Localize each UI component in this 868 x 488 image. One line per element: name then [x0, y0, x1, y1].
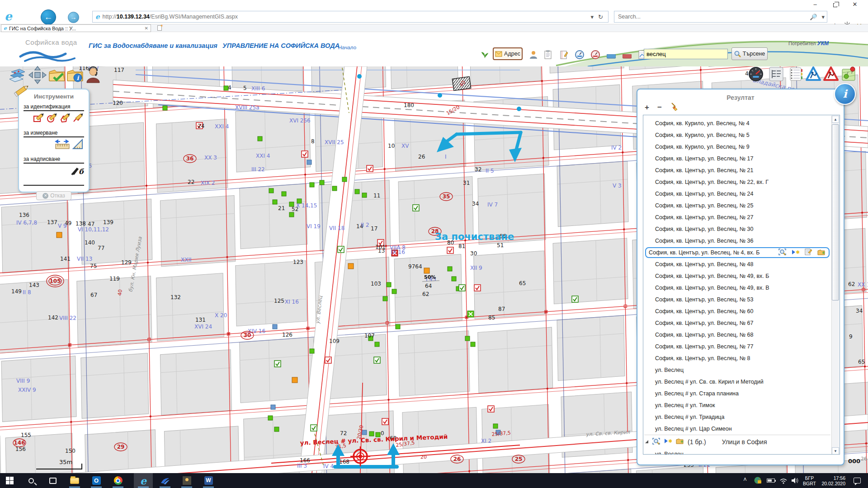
worker-app-icon[interactable]	[181, 475, 193, 486]
notepad-search-icon[interactable]	[559, 50, 569, 60]
result-item[interactable]: София, кв. Център, ул. Веслец, № 30	[644, 223, 830, 235]
result-item[interactable]: София, кв. Център, ул. Веслец, № 60	[644, 305, 830, 317]
group-locate-icon[interactable]: ✱	[664, 438, 672, 446]
water-meter-red-icon[interactable]	[591, 50, 601, 60]
home-link[interactable]: Начало	[338, 45, 356, 50]
address-search-mode-button[interactable]: Адрес	[493, 47, 523, 60]
scrollbar-thumb[interactable]	[832, 124, 839, 300]
gis-search-button[interactable]: Търсене	[731, 47, 768, 60]
result-item[interactable]: София, кв. Център, ул. Веслец, № 21	[644, 164, 830, 176]
result-item[interactable]: София, кв. Център, ул. Веслец, № 49, вх.…	[644, 270, 830, 282]
folder-info-icon[interactable]: i	[66, 66, 85, 84]
row-edit-icon[interactable]	[805, 249, 812, 257]
dashboard-gauge-icon[interactable]	[748, 66, 764, 82]
result-item[interactable]: ул. Веслец # ул. Тимок	[644, 399, 830, 411]
ie-taskbar-icon[interactable]: e	[137, 475, 149, 486]
measure-distance-tool[interactable]	[55, 139, 70, 152]
zoom-out-results-button[interactable]: −	[657, 103, 662, 112]
result-item[interactable]: София, кв. Център, ул. Веслец, № 53	[644, 294, 830, 305]
result-item[interactable]: ул. Веслец	[644, 364, 830, 376]
roadworks-red-icon[interactable]	[823, 66, 839, 82]
row-locate-icon[interactable]: ✱	[792, 249, 799, 257]
action-center-icon[interactable]	[854, 473, 861, 488]
url-dropdown-icon[interactable]: ▾	[589, 14, 596, 20]
measure-area-tool[interactable]	[71, 139, 84, 152]
result-item[interactable]: ул. Веслец	[644, 448, 830, 455]
language-indicator[interactable]: БГРBGRT	[803, 475, 816, 488]
tab-close-icon[interactable]: ✕	[145, 26, 148, 31]
tray-chevron-icon[interactable]: ＾	[741, 473, 749, 488]
wings-app-icon[interactable]	[159, 475, 171, 486]
roadworks-blue-icon[interactable]	[806, 66, 821, 82]
pencil-handle-icon[interactable]	[13, 82, 31, 102]
forward-button[interactable]: →	[68, 12, 79, 23]
result-item[interactable]: София, кв. Център, ул. Веслец, № 77	[644, 341, 830, 352]
result-item[interactable]: София, кв. Център, ул. Веслец, № 27	[644, 211, 830, 223]
gis-search-input[interactable]	[644, 49, 728, 59]
result-item[interactable]: ул. Веслец # ул. Стара планина	[644, 388, 830, 399]
map-pins-icon[interactable]	[841, 66, 856, 82]
result-item[interactable]: София, кв. Курило, ул. Веслец, № 9	[644, 141, 830, 153]
chrome-icon[interactable]	[112, 475, 124, 486]
pipe-blue-icon[interactable]	[607, 52, 617, 62]
result-item[interactable]: София, кв. Център, ул. Веслец, № 17	[644, 153, 830, 164]
identify-line-tool[interactable]	[72, 113, 84, 126]
result-item[interactable]: София, кв. Център, ул. Веслец, № 4, вх. …	[645, 247, 830, 258]
result-item[interactable]: ул. Веслец # ул. Св. св. Кирил и Методий	[644, 376, 830, 388]
minimize-button[interactable]: –	[807, 0, 823, 9]
close-button[interactable]: ✕	[847, 0, 863, 9]
back-button[interactable]: ←	[41, 9, 56, 25]
layers-icon[interactable]	[8, 66, 27, 84]
refresh-icon[interactable]: ↻	[596, 14, 605, 20]
clock[interactable]: 17:5620.02.2020	[819, 475, 845, 488]
tab-gis-sofia-water[interactable]: e ГИС на Софийска Вода :: У... ✕	[1, 24, 151, 32]
volume-icon[interactable]	[791, 473, 799, 488]
taskbar-search-icon[interactable]	[25, 475, 37, 486]
wifi-icon[interactable]	[779, 473, 788, 488]
identify-rectangle-tool[interactable]	[33, 113, 45, 126]
pipe-red-icon[interactable]	[623, 52, 632, 62]
identify-polygon-tool[interactable]	[59, 113, 71, 126]
zoom-in-results-button[interactable]: +	[645, 103, 649, 112]
new-tab-button[interactable]: ✶	[155, 25, 165, 32]
search-magnifier-icon[interactable]: 🔎	[807, 14, 819, 20]
person-search-icon[interactable]	[529, 50, 539, 60]
group-add-icon[interactable]: +	[676, 438, 684, 446]
document-search-icon[interactable]	[543, 50, 553, 60]
word-icon[interactable]: W	[203, 475, 214, 486]
results-scrollbar[interactable]: ▲ ▼	[831, 116, 839, 455]
folder-check-icon[interactable]	[47, 66, 66, 84]
result-item[interactable]: София, кв. Център, ул. Веслец, № 48	[644, 258, 830, 270]
clear-results-broom-icon[interactable]	[670, 102, 679, 113]
file-explorer-icon[interactable]	[69, 475, 80, 486]
scroll-up-icon[interactable]: ▲	[832, 116, 839, 123]
result-item[interactable]: София, кв. Курило, ул. Веслец, № 4	[644, 117, 830, 129]
address-bar[interactable]: e http://10.139.12.34/EsriBg.WSI/Managem…	[92, 11, 609, 23]
result-item[interactable]: ул. Веслец # ул. Цар Симеон	[644, 423, 830, 435]
result-item[interactable]: София, кв. Център, ул. Веслец, № 22, вх.…	[644, 176, 830, 188]
result-item[interactable]: ул. Веслец # ул. Триадица	[644, 411, 830, 423]
operator-icon[interactable]	[84, 66, 103, 84]
result-item[interactable]: София, кв. Курило, ул. Веслец, № 5	[644, 129, 830, 141]
outlook-icon[interactable]: O	[90, 475, 102, 486]
restore-button[interactable]	[827, 0, 843, 9]
collapse-triangle-icon[interactable]	[645, 440, 648, 443]
result-group-row[interactable]: ✱+(1 бр.)Улици в София	[644, 435, 830, 448]
identify-circle-tool[interactable]	[46, 113, 58, 126]
result-item[interactable]: София, кв. Център, ул. Веслец, № 8	[644, 352, 830, 364]
info-bubble-button[interactable]: i	[834, 83, 856, 105]
pan-icon[interactable]	[28, 66, 47, 84]
legend-book-icon[interactable]	[788, 66, 803, 82]
result-item[interactable]: София, кв. Център, ул. Веслец, № 49, вх.…	[644, 282, 830, 294]
result-item[interactable]: София, кв. Център, ул. Веслец, № 24	[644, 188, 830, 200]
group-zoom-icon[interactable]	[652, 438, 660, 446]
result-item[interactable]: София, кв. Център, ул. Веслец, № 25	[644, 200, 830, 211]
task-view-icon[interactable]	[47, 475, 59, 486]
water-meter-blue-icon[interactable]	[575, 50, 585, 60]
layer-tree-icon[interactable]	[769, 66, 784, 82]
battery-icon[interactable]	[767, 473, 775, 488]
row-zoom-icon[interactable]	[778, 249, 786, 257]
cancel-button[interactable]: ✕Отказ	[36, 191, 71, 200]
browser-search-input[interactable]	[614, 14, 807, 20]
vpn-globe-icon[interactable]	[754, 473, 762, 488]
